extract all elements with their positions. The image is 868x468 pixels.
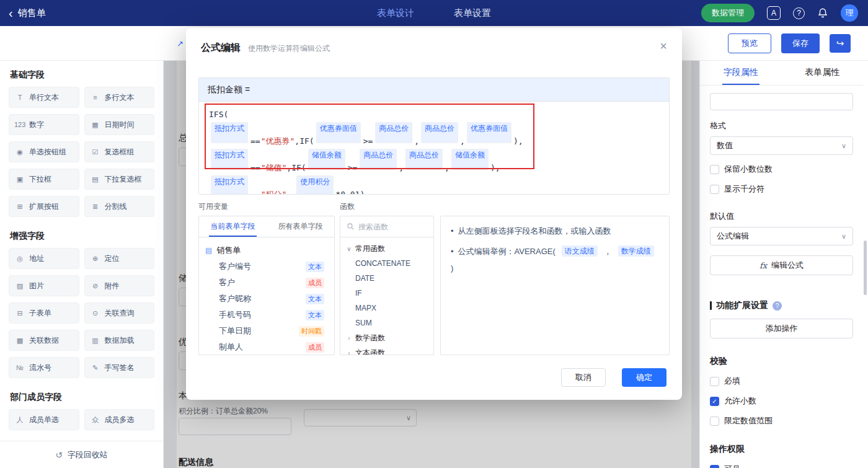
function-item[interactable]: SUM — [340, 316, 433, 330]
field-type-icon: ▥ — [90, 337, 101, 345]
field-type-item[interactable]: T 单行文本 — [9, 87, 79, 108]
function-group-math[interactable]: › 数学函数 — [340, 330, 433, 345]
variable-row[interactable]: 下单日期 时间戳 — [205, 323, 328, 339]
field-type-item[interactable]: 众 成员多选 — [84, 409, 155, 430]
chevron-down-icon: ∨ — [841, 142, 846, 150]
property-checkbox-row[interactable]: 限定数值范围 — [710, 415, 853, 426]
field-type-item[interactable]: ≣ 分割线 — [84, 196, 155, 217]
field-type-item[interactable]: ▨ 图片 — [9, 275, 79, 296]
tab-all-form-fields[interactable]: 所有表单字段 — [267, 216, 334, 237]
tab-current-form-fields[interactable]: 当前表单字段 — [199, 216, 267, 237]
field-type-item[interactable]: ⊙ 关联查询 — [84, 302, 155, 324]
ok-button[interactable]: 确定 — [622, 368, 666, 387]
bell-icon[interactable] — [817, 7, 828, 19]
variable-row[interactable]: 客户 成员 — [205, 275, 328, 291]
function-group-text[interactable]: › 文本函数 — [340, 345, 433, 355]
field-type-icon: ⊞ — [14, 203, 25, 211]
cancel-button[interactable]: 取消 — [561, 368, 606, 387]
data-manage-button[interactable]: 数据管理 — [701, 4, 755, 22]
avatar[interactable]: 理 — [841, 4, 858, 22]
field-type-item[interactable]: ▩ 关联数据 — [9, 330, 79, 351]
language-icon[interactable]: A — [767, 6, 781, 20]
field-type-label: 定位 — [105, 254, 120, 264]
variable-row[interactable]: 客户昵称 文本 — [205, 291, 328, 307]
field-type-item[interactable]: ◉ 单选按钮组 — [9, 141, 79, 162]
save-button[interactable]: 保存 — [781, 33, 820, 53]
field-type-item[interactable]: ⊘ 附件 — [84, 275, 155, 296]
field-type-item[interactable]: ◎ 地址 — [9, 248, 79, 269]
field-type-item[interactable]: № 流水号 — [9, 357, 79, 378]
modal-subtitle: 使用数学运算符编辑公式 — [248, 43, 330, 54]
field-type-item[interactable]: ⊕ 定位 — [84, 248, 155, 269]
field-type-icon: ⊟ — [14, 309, 25, 317]
formula-token: 优惠券面值 — [467, 122, 512, 143]
fx-icon: fx — [760, 261, 767, 270]
formula-token: , — [460, 136, 465, 146]
field-type-item[interactable]: 人 成员单选 — [9, 409, 79, 430]
property-checkbox-row[interactable]: 显示千分符 — [710, 183, 853, 195]
edit-formula-label: 编辑公式 — [771, 260, 804, 271]
checkbox-label: 可见 — [724, 464, 740, 468]
field-recycle-bin[interactable]: ↺ 字段回收站 — [0, 441, 163, 468]
tab-form-settings[interactable]: 表单设置 — [454, 7, 491, 19]
field-type-label: 成员多选 — [105, 415, 135, 425]
search-icon — [347, 223, 355, 231]
field-type-item[interactable]: ▤ 下拉复选框 — [84, 169, 155, 190]
function-item[interactable]: CONCATENATE — [340, 256, 433, 271]
function-group-common[interactable]: ∨ 常用函数 — [340, 241, 433, 256]
help-icon[interactable]: ? — [793, 7, 805, 19]
checkbox[interactable] — [710, 397, 719, 406]
add-action-button[interactable]: 添加操作 — [710, 319, 853, 338]
field-type-item[interactable]: ⊟ 子表单 — [9, 302, 79, 324]
function-search-input[interactable] — [358, 223, 427, 231]
function-item[interactable]: MAPX — [340, 301, 433, 316]
formula-token: ), — [513, 136, 523, 146]
checkbox[interactable] — [710, 465, 719, 468]
scrollbar-thumb[interactable] — [864, 241, 867, 295]
format-select[interactable]: 数值 ∨ — [710, 136, 853, 155]
function-item[interactable]: DATE — [340, 271, 433, 286]
field-type-item[interactable]: ✎ 手写签名 — [84, 357, 155, 378]
tab-form-design[interactable]: 表单设计 — [377, 7, 414, 19]
variable-row[interactable]: 制单人 成员 — [205, 339, 328, 355]
variable-row[interactable]: 手机号码 文本 — [205, 307, 328, 323]
checkbox[interactable] — [710, 185, 719, 194]
functions-label: 函数 — [340, 201, 355, 212]
close-icon[interactable]: × — [657, 37, 670, 56]
preview-button[interactable]: 预览 — [728, 33, 771, 53]
formula-token: >= — [363, 136, 373, 146]
share-button[interactable]: ↪ — [830, 34, 851, 53]
field-type-item[interactable]: ≡ 多行文本 — [84, 87, 155, 108]
field-type-item[interactable]: ▦ 日期时间 — [84, 114, 155, 135]
function-item[interactable]: IF — [340, 286, 433, 301]
field-type-label: 成员单选 — [29, 415, 59, 425]
form-node[interactable]: ▤ 销售单 — [205, 242, 328, 258]
field-title-input[interactable] — [710, 93, 853, 110]
variable-row[interactable]: 客户编号 文本 — [205, 258, 328, 275]
checkbox[interactable] — [710, 165, 719, 174]
tab-field-properties[interactable]: 字段属性 — [700, 61, 782, 85]
field-type-item[interactable]: ☑ 复选框组 — [84, 141, 155, 162]
field-type-item[interactable]: ▥ 数据加载 — [84, 330, 155, 351]
field-type-item[interactable]: ▣ 下拉框 — [9, 169, 79, 190]
field-type-item[interactable]: ⊞ 扩展按钮 — [9, 196, 79, 217]
field-type-icon: № — [14, 364, 25, 371]
property-checkbox-row[interactable]: 可见 — [710, 464, 853, 468]
property-checkbox-row[interactable]: 必填 — [710, 376, 853, 387]
property-checkbox-row[interactable]: 保留小数位数 — [710, 164, 853, 175]
checkbox[interactable] — [710, 377, 719, 386]
formula-line: 抵扣方式=="储值",IF(储值余额>=商品总价,商品总价,储值余额), — [209, 149, 659, 175]
tab-form-properties[interactable]: 表单属性 — [782, 61, 864, 85]
property-checkbox-row[interactable]: 允许小数 — [710, 395, 853, 407]
function-list: CONCATENATEDATEIFMAPXSUM — [340, 256, 433, 330]
checkbox[interactable] — [710, 417, 719, 426]
variables-label: 可用变量 — [198, 201, 228, 212]
question-badge-icon[interactable]: ? — [773, 301, 782, 311]
formula-code-area[interactable]: IFS( 抵扣方式=="优惠券",IF(优惠券面值>=商品总价,商品总价,优惠券… — [199, 102, 669, 194]
default-value-select[interactable]: 公式编辑 ∨ — [710, 227, 853, 245]
edit-formula-button[interactable]: fx 编辑公式 — [710, 255, 853, 275]
tab-label: 表单属性 — [804, 61, 841, 85]
bullet-icon: • — [451, 225, 454, 237]
functions-panel: ∨ 常用函数 CONCATENATEDATEIFMAPXSUM › 数学函数 ›… — [340, 216, 434, 355]
field-type-item[interactable]: 123 数字 — [9, 114, 79, 135]
